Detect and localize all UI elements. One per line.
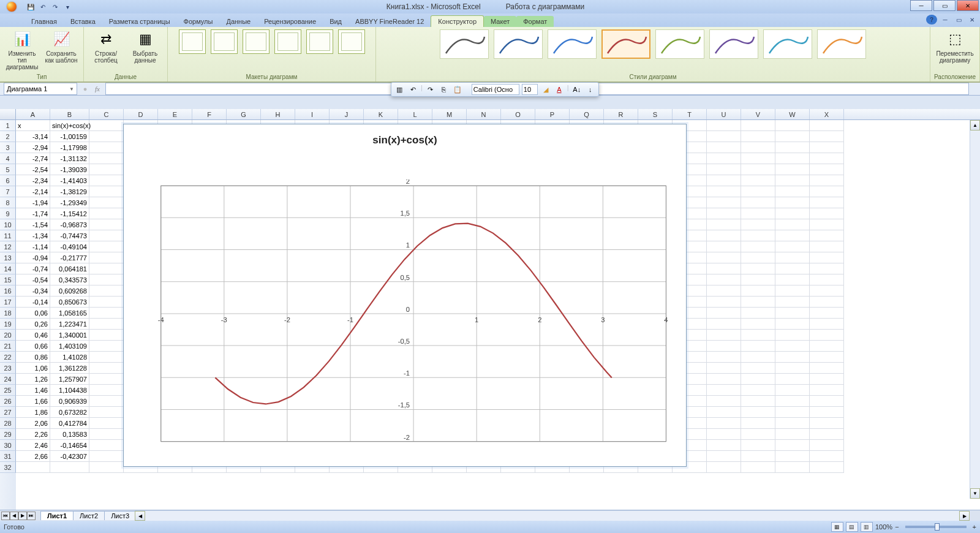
chart-layout-1[interactable] [179,29,206,54]
cell-W32[interactable] [775,462,810,473]
row-header-24[interactable]: 24 [0,374,16,385]
zoom-slider[interactable] [905,526,967,528]
cell-C8[interactable] [89,197,124,208]
cell-X20[interactable] [810,330,844,341]
tab-chart-layout[interactable]: Макет [484,16,516,27]
cell-C20[interactable] [89,330,124,341]
select-data-button[interactable]: ▦ Выбрать данные [127,28,164,65]
row-header-32[interactable]: 32 [0,462,16,473]
cell-V31[interactable] [741,451,775,462]
chart-layout-6[interactable] [338,29,365,54]
cell-W10[interactable] [775,219,810,230]
column-header-O[interactable]: O [501,109,535,119]
cell-U14[interactable] [707,263,741,274]
cell-B24[interactable]: 1,257907 [50,374,89,385]
cell-W25[interactable] [775,385,810,396]
cell-C6[interactable] [89,175,124,186]
qat-dropdown-icon[interactable]: ▾ [62,2,72,12]
cell-X25[interactable] [810,385,844,396]
cell-C13[interactable] [89,252,124,263]
cell-U30[interactable] [707,440,741,451]
cell-U28[interactable] [707,418,741,429]
cell-W3[interactable] [775,142,810,153]
cell-B32[interactable] [50,462,89,473]
row-header-14[interactable]: 14 [0,263,16,274]
cell-A15[interactable]: -0,54 [16,274,50,285]
cell-W13[interactable] [775,252,810,263]
cell-B10[interactable]: -0,96873 [50,219,89,230]
chart-style-4[interactable] [601,29,650,59]
column-header-Q[interactable]: Q [570,109,604,119]
cell-A16[interactable]: -0,34 [16,285,50,297]
horizontal-scrollbar[interactable]: ◀ ▶ [135,510,970,521]
column-header-M[interactable]: M [432,109,467,119]
cell-X32[interactable] [810,462,844,473]
cell-X6[interactable] [810,175,844,186]
cell-W27[interactable] [775,407,810,418]
row-header-7[interactable]: 7 [0,186,16,197]
cell-B4[interactable]: -1,31132 [50,153,89,164]
cell-B3[interactable]: -1,17998 [50,142,89,153]
row-header-19[interactable]: 19 [0,319,16,330]
cell-A1[interactable]: x [16,120,50,131]
row-header-8[interactable]: 8 [0,197,16,208]
cell-W11[interactable] [775,230,810,241]
zoom-level[interactable]: 100% [875,523,892,531]
row-header-18[interactable]: 18 [0,308,16,319]
cell-W1[interactable] [775,120,810,131]
column-header-V[interactable]: V [741,109,775,119]
cell-A11[interactable]: -1,34 [16,230,50,241]
cell-U23[interactable] [707,363,741,374]
column-header-S[interactable]: S [638,109,673,119]
cell-X22[interactable] [810,352,844,363]
save-icon[interactable]: 💾 [26,2,36,12]
row-header-6[interactable]: 6 [0,175,16,186]
row-header-30[interactable]: 30 [0,440,16,451]
column-header-J[interactable]: J [330,109,364,119]
cell-C26[interactable] [89,396,124,407]
column-header-N[interactable]: N [467,109,501,119]
cell-C11[interactable] [89,230,124,241]
cell-U31[interactable] [707,451,741,462]
row-header-1[interactable]: 1 [0,120,16,131]
column-header-K[interactable]: K [364,109,398,119]
cell-B8[interactable]: -1,29349 [50,197,89,208]
scroll-right-icon[interactable]: ▶ [959,511,970,521]
cell-C31[interactable] [89,451,124,462]
cell-X9[interactable] [810,208,844,219]
view-page-break-icon[interactable]: ▥ [861,522,873,532]
mt-undo-icon[interactable]: ↶ [407,84,418,95]
cell-A22[interactable]: 0,86 [16,352,50,363]
cell-C7[interactable] [89,186,124,197]
cell-A20[interactable]: 0,46 [16,330,50,341]
select-all-corner[interactable] [0,109,16,119]
cell-V11[interactable] [741,230,775,241]
cell-B30[interactable]: -0,14654 [50,440,89,451]
cell-W15[interactable] [775,274,810,285]
chart-plot-area[interactable]: -2-1,5-1-0,500,511,52-4-3-2-11234 [147,180,674,454]
cell-B17[interactable]: 0,850673 [50,297,89,308]
column-header-X[interactable]: X [810,109,844,119]
cell-X15[interactable] [810,274,844,285]
cell-X31[interactable] [810,451,844,462]
tab-view[interactable]: Вид [323,16,349,27]
cell-U13[interactable] [707,252,741,263]
mt-sort-desc-icon[interactable]: ↓ [585,84,596,95]
sheet-tab-3[interactable]: Лист3 [104,511,136,520]
chart-title[interactable]: sin(x)+cos(x) [124,134,686,146]
move-chart-button[interactable]: ⬚ Переместить диаграмму [937,28,973,65]
cell-U15[interactable] [707,274,741,285]
cell-A8[interactable]: -1,94 [16,197,50,208]
cell-A9[interactable]: -1,74 [16,208,50,219]
cell-V23[interactable] [741,363,775,374]
doc-close-icon[interactable]: ✕ [967,15,978,25]
row-header-16[interactable]: 16 [0,285,16,297]
cell-C22[interactable] [89,352,124,363]
cell-B15[interactable]: 0,343573 [50,274,89,285]
row-header-3[interactable]: 3 [0,142,16,153]
tab-nav-last-icon[interactable]: ⏭ [27,512,36,520]
cell-W22[interactable] [775,352,810,363]
cell-A18[interactable]: 0,06 [16,308,50,319]
cell-W16[interactable] [775,285,810,297]
cell-X3[interactable] [810,142,844,153]
